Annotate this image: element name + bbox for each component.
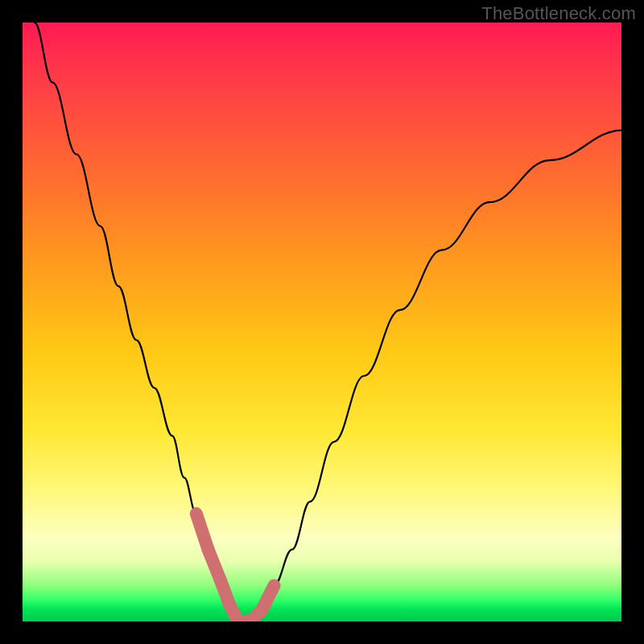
chart-frame: TheBottleneck.com bbox=[0, 0, 644, 644]
svg-line-6 bbox=[262, 585, 275, 609]
highlight-marks bbox=[23, 23, 621, 621]
watermark-text: TheBottleneck.com bbox=[481, 3, 636, 24]
plot-area bbox=[23, 23, 621, 621]
